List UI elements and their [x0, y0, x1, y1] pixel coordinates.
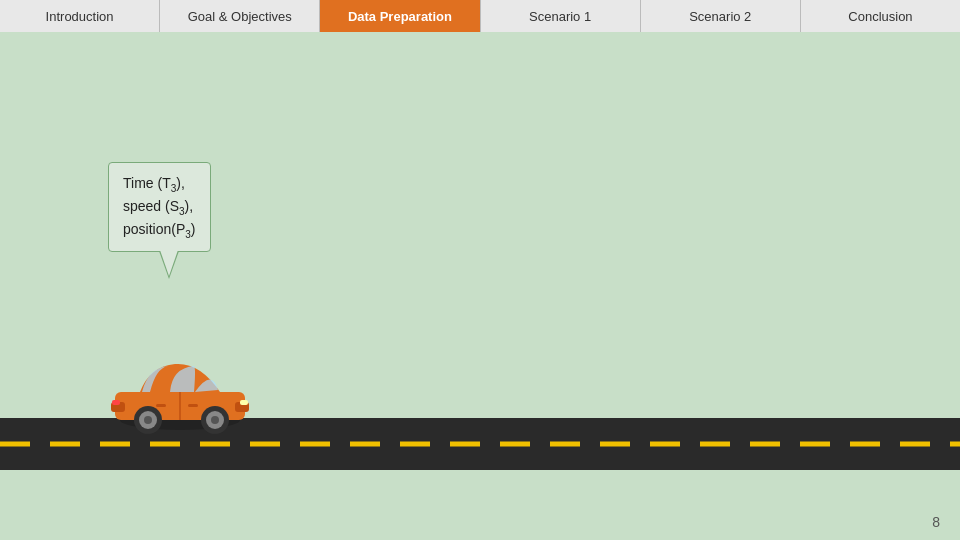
callout-line2: speed (S3), — [123, 196, 196, 219]
nav-item-goal-objectives[interactable]: Goal & Objectives — [160, 0, 320, 32]
nav-item-conclusion[interactable]: Conclusion — [801, 0, 960, 32]
callout-box: Time (T3), speed (S3), position(P3) — [108, 162, 211, 252]
svg-rect-11 — [112, 400, 120, 405]
svg-rect-13 — [188, 404, 198, 407]
svg-point-9 — [144, 416, 152, 424]
nav-item-scenario1[interactable]: Scenario 1 — [481, 0, 641, 32]
main-content: Time (T3), speed (S3), position(P3) — [0, 32, 960, 540]
nav-item-scenario2[interactable]: Scenario 2 — [641, 0, 801, 32]
road-dashes — [0, 442, 960, 447]
callout-line3: position(P3) — [123, 219, 196, 242]
svg-point-6 — [211, 416, 219, 424]
nav-item-data-preparation[interactable]: Data Preparation — [320, 0, 480, 32]
svg-rect-14 — [156, 404, 166, 407]
car-container — [100, 348, 260, 438]
nav-bar: Introduction Goal & Objectives Data Prep… — [0, 0, 960, 32]
nav-item-introduction[interactable]: Introduction — [0, 0, 160, 32]
svg-rect-10 — [240, 400, 248, 405]
page-number: 8 — [932, 514, 940, 530]
callout-line1: Time (T3), — [123, 173, 196, 196]
